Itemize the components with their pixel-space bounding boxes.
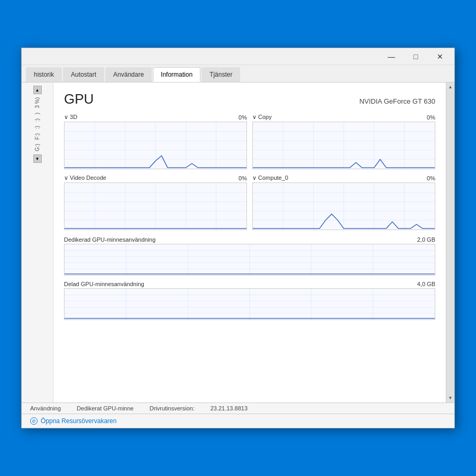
- dedicated-memory-label-row: Dedikerad GPU-minnesanvändning 2,0 GB: [64, 236, 435, 243]
- sidebar-item-6: G:): [34, 144, 40, 151]
- bottom-bar: ⊘ Öppna Resursövervakaren: [22, 414, 454, 428]
- dedicated-memory-value: 2,0 GB: [417, 236, 435, 243]
- tab-autostart[interactable]: Autostart: [63, 67, 104, 82]
- close-button[interactable]: ✕: [428, 48, 452, 65]
- dedicated-memory-label: Dedikerad GPU-minnesanvändning: [64, 236, 155, 243]
- tab-anvandare[interactable]: Användare: [105, 67, 152, 82]
- sidebar-item-2: ): [34, 113, 40, 114]
- sidebar-item-1: 3 %): [34, 97, 40, 108]
- dedicated-memory-chart: [64, 244, 435, 276]
- chart-video-label: ∨ Video Decode: [64, 175, 106, 181]
- chart-compute-container: ∨ Compute_0 0%: [252, 175, 435, 230]
- gpu-model: NVIDIA GeForce GT 630: [359, 97, 435, 105]
- shared-memory-label-row: Delad GPU-minnesanvändning 4,0 GB: [64, 281, 435, 287]
- sidebar-item-4: :): [34, 126, 40, 129]
- chart-3d-label-row: ∨ 3D 0%: [64, 114, 247, 121]
- chart-video-label-row: ∨ Video Decode 0%: [64, 175, 247, 181]
- title-bar: — □ ✕: [22, 48, 454, 65]
- chart-copy-percent: 0%: [427, 114, 435, 121]
- chart-video-box: [64, 182, 247, 230]
- main-window: — □ ✕ historik Autostart Användare Infor…: [21, 48, 455, 428]
- sidebar-scroll-down[interactable]: ▼: [33, 154, 42, 163]
- status-bar: Användning Dedikerat GPU-minne Drivrutin…: [22, 402, 454, 414]
- chart-video-percent: 0%: [239, 175, 247, 181]
- status-col1: Användning: [30, 405, 61, 411]
- chart-video-container: ∨ Video Decode 0%: [64, 175, 247, 230]
- scroll-up-btn[interactable]: ▲: [447, 84, 454, 90]
- chart-copy-container: ∨ Copy 0%: [252, 114, 435, 169]
- chart-copy-label: ∨ Copy: [252, 114, 272, 121]
- main-content: GPU NVIDIA GeForce GT 630 ∨ 3D 0%: [53, 83, 446, 402]
- shared-memory-value: 4,0 GB: [417, 281, 435, 287]
- minimize-button[interactable]: —: [379, 48, 404, 65]
- chart-copy-box: [252, 122, 435, 169]
- tab-information[interactable]: Information: [153, 67, 200, 82]
- tab-tjanster[interactable]: Tjänster: [202, 67, 240, 82]
- sidebar: ▲ 3 %) ) :) :) F:) G:) ▼: [22, 83, 53, 402]
- sidebar-scroll-up[interactable]: ▲: [33, 86, 42, 94]
- content-area: ▲ 3 %) ) :) :) F:) G:) ▼ GPU NVIDIA GeFo…: [22, 83, 454, 402]
- chart-copy-label-row: ∨ Copy 0%: [252, 114, 435, 121]
- scroll-down-btn[interactable]: ▼: [447, 395, 454, 401]
- gpu-header: GPU NVIDIA GeForce GT 630: [64, 91, 435, 107]
- gpu-title: GPU: [64, 91, 94, 107]
- chart-3d-percent: 0%: [239, 114, 247, 121]
- status-col2: Dedikerat GPU-minne: [77, 405, 134, 411]
- sidebar-item-5: F:): [34, 133, 40, 140]
- chart-compute-percent: 0%: [427, 175, 435, 181]
- right-scrollbar[interactable]: ▲ ▼: [446, 83, 454, 402]
- tab-bar: historik Autostart Användare Information…: [22, 65, 454, 83]
- charts-grid: ∨ 3D 0%: [64, 114, 435, 230]
- open-resource-monitor-link[interactable]: Öppna Resursövervakaren: [41, 417, 116, 425]
- chart-compute-label: ∨ Compute_0: [252, 175, 288, 181]
- status-col4: 23.21.13.8813: [210, 405, 248, 411]
- open-link-icon: ⊘: [30, 417, 38, 425]
- maximize-button[interactable]: □: [404, 48, 428, 65]
- chart-3d-box: [64, 122, 247, 169]
- chart-compute-label-row: ∨ Compute_0 0%: [252, 175, 435, 181]
- shared-memory-section: Delad GPU-minnesanvändning 4,0 GB: [64, 281, 435, 320]
- chart-3d-container: ∨ 3D 0%: [64, 114, 247, 169]
- dedicated-memory-section: Dedikerad GPU-minnesanvändning 2,0 GB: [64, 236, 435, 276]
- sidebar-item-3: :): [34, 118, 40, 122]
- shared-memory-label: Delad GPU-minnesanvändning: [64, 281, 144, 287]
- tab-historik[interactable]: historik: [26, 67, 62, 82]
- shared-memory-chart: [64, 288, 435, 320]
- status-col3: Drivrutinsversion:: [150, 405, 195, 411]
- chart-3d-label: ∨ 3D: [64, 114, 77, 121]
- chart-compute-box: [252, 182, 435, 230]
